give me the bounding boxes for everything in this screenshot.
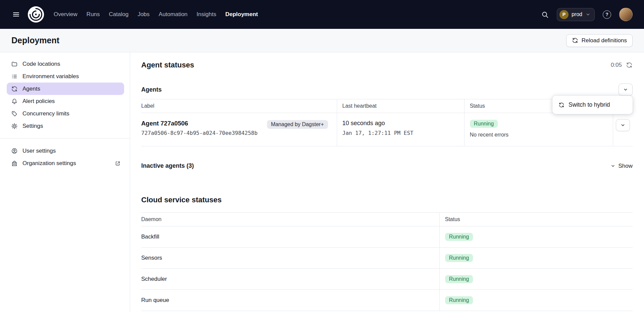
column-header-daemon: Daemon xyxy=(141,213,439,226)
tag-icon xyxy=(11,110,18,117)
status-badge: Running xyxy=(445,254,473,262)
sidebar-item-alert-policies[interactable]: Alert policies xyxy=(7,95,124,107)
inactive-agents-label: Inactive agents (3) xyxy=(141,162,194,169)
status-badge: Running xyxy=(445,296,473,304)
help-glyph: ? xyxy=(605,12,608,17)
user-icon xyxy=(11,148,18,154)
user-avatar[interactable] xyxy=(619,8,633,21)
agent-name: Agent 727a0506 xyxy=(141,120,258,127)
agent-cycle-icon xyxy=(11,86,18,92)
status-badge: Running xyxy=(470,120,498,128)
sidebar-item-settings[interactable]: Settings xyxy=(7,120,124,132)
sidebar-item-agents[interactable]: Agents xyxy=(7,83,124,95)
sidebar-item-label: Settings xyxy=(22,123,43,129)
daemon-name: Sensors xyxy=(141,248,439,269)
sidebar-item-organization-settings[interactable]: Organization settings xyxy=(7,157,124,169)
search-icon[interactable] xyxy=(541,11,549,18)
sidebar-item-label: Alert policies xyxy=(22,98,55,105)
column-header-label: Label xyxy=(141,99,337,113)
nav-item-overview[interactable]: Overview xyxy=(54,11,77,18)
list-icon xyxy=(11,73,18,80)
agents-dropdown-menu: Switch to hybrid xyxy=(552,96,633,114)
chevron-down-icon xyxy=(623,87,628,92)
inactive-agents-show-toggle[interactable]: Show xyxy=(610,163,633,169)
sidebar-item-label: Agents xyxy=(22,86,40,92)
table-row-scheduler: Scheduler Running xyxy=(141,269,633,290)
deployment-sidebar: Code locations Environment variables Age… xyxy=(0,52,130,312)
dagster-logo[interactable] xyxy=(27,5,45,23)
agent-row-menu-button[interactable] xyxy=(616,119,630,131)
deployment-avatar: P xyxy=(559,10,569,19)
sidebar-divider xyxy=(0,138,130,139)
reload-icon xyxy=(572,37,578,44)
page-header: Deployment Reload definitions xyxy=(0,29,644,52)
bell-icon xyxy=(11,98,18,105)
sidebar-item-code-locations[interactable]: Code locations xyxy=(7,58,124,70)
chevron-down-icon xyxy=(620,122,626,128)
nav-item-jobs[interactable]: Jobs xyxy=(138,11,150,18)
sidebar-item-user-settings[interactable]: User settings xyxy=(7,145,124,157)
folder-icon xyxy=(11,61,18,67)
daemon-name: Backfill xyxy=(141,226,439,248)
status-note: No recent errors xyxy=(470,132,607,138)
agent-statuses-title: Agent statuses xyxy=(141,61,194,69)
sidebar-item-environment-variables[interactable]: Environment variables xyxy=(7,70,124,83)
daemon-name: Run queue xyxy=(141,290,439,311)
gear-icon xyxy=(11,123,18,129)
sidebar-item-label: Concurrency limits xyxy=(22,110,69,117)
sidebar-item-label: User settings xyxy=(22,148,56,154)
main-content: Agent statuses 0:05 Agents Label La xyxy=(130,52,644,312)
daemon-name: Scheduler xyxy=(141,269,439,290)
nav-item-insights[interactable]: Insights xyxy=(197,11,216,18)
status-badge: Running xyxy=(445,275,473,283)
nav-item-automation[interactable]: Automation xyxy=(159,11,187,18)
top-navigation: Overview Runs Catalog Jobs Automation In… xyxy=(0,0,644,29)
refresh-group: 0:05 xyxy=(611,62,633,68)
nav-links: Overview Runs Catalog Jobs Automation In… xyxy=(54,11,258,18)
agent-row: Agent 727a0506 727a0506-8c97-4b95-a024-7… xyxy=(141,113,633,146)
status-badge: Running xyxy=(445,233,473,241)
sidebar-item-concurrency-limits[interactable]: Concurrency limits xyxy=(7,107,124,120)
sidebar-item-label: Organization settings xyxy=(22,160,76,167)
nav-item-catalog[interactable]: Catalog xyxy=(109,11,129,18)
external-link-icon xyxy=(115,160,121,166)
reload-definitions-label: Reload definitions xyxy=(582,37,627,44)
table-row-sensors: Sensors Running xyxy=(141,248,633,269)
chevron-down-icon xyxy=(610,163,615,168)
menu-item-switch-to-hybrid[interactable]: Switch to hybrid xyxy=(554,97,631,112)
sidebar-item-label: Environment variables xyxy=(22,73,79,80)
managed-badge: Managed by Dagster+ xyxy=(267,120,328,129)
agent-id: 727a0506-8c97-4b95-a024-70ee3984258b xyxy=(141,130,258,136)
cloud-table-header-row: Daemon Status xyxy=(141,213,633,226)
sidebar-item-label: Code locations xyxy=(22,61,60,67)
heartbeat-relative: 10 seconds ago xyxy=(342,120,459,127)
nav-item-deployment[interactable]: Deployment xyxy=(225,11,258,18)
menu-item-label: Switch to hybrid xyxy=(569,101,610,108)
refresh-countdown: 0:05 xyxy=(611,62,622,68)
cloud-services-table: Daemon Status Backfill Running Sensors R… xyxy=(141,212,633,311)
nav-item-runs[interactable]: Runs xyxy=(87,11,100,18)
agents-subtitle: Agents xyxy=(141,86,162,93)
table-row-backfill: Backfill Running xyxy=(141,226,633,248)
heartbeat-timestamp: Jan 17, 1:27:11 PM EST xyxy=(342,130,459,136)
column-header-status: Status xyxy=(439,213,633,226)
help-icon[interactable]: ? xyxy=(603,10,611,19)
column-header-last-heartbeat: Last heartbeat xyxy=(337,99,464,113)
chevron-down-icon xyxy=(585,12,591,17)
table-row-run-queue: Run queue Running xyxy=(141,290,633,311)
page-title: Deployment xyxy=(11,36,59,45)
top-nav-right: P prod ? xyxy=(541,8,633,21)
deployment-switcher[interactable]: P prod xyxy=(557,8,595,21)
reload-definitions-button[interactable]: Reload definitions xyxy=(566,34,633,47)
building-icon xyxy=(11,160,18,167)
menu-icon[interactable] xyxy=(9,8,23,21)
show-label: Show xyxy=(618,163,633,169)
refresh-icon[interactable] xyxy=(626,62,633,68)
agents-menu-button[interactable] xyxy=(619,84,633,96)
cloud-service-statuses-title: Cloud service statuses xyxy=(141,196,633,204)
deployment-name: prod xyxy=(572,11,582,17)
hybrid-switch-icon xyxy=(558,102,565,108)
